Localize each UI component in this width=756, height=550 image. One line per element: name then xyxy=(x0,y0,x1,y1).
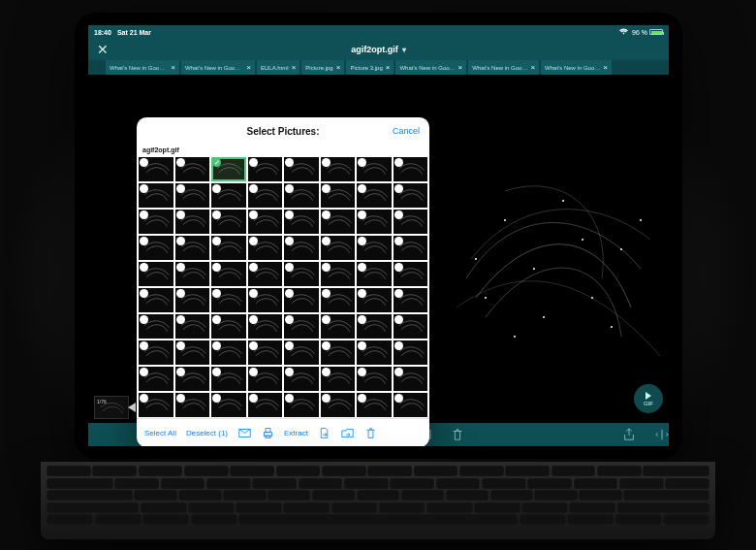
frame-cell[interactable] xyxy=(284,314,319,339)
print-icon[interactable] xyxy=(261,427,274,440)
tab[interactable]: What's New in Goo…× xyxy=(468,60,539,75)
frame-cell[interactable] xyxy=(394,210,428,234)
gif-play-button[interactable]: GIF xyxy=(634,384,663,413)
frame-cell[interactable] xyxy=(284,393,319,417)
frame-cell[interactable] xyxy=(284,288,319,312)
frame-cell[interactable] xyxy=(175,288,210,312)
tab[interactable]: EULA.html× xyxy=(257,60,299,75)
frame-cell[interactable] xyxy=(211,367,246,391)
frame-cell[interactable] xyxy=(357,367,392,391)
deselect-button[interactable]: Deselect (1) xyxy=(186,429,228,437)
frame-cell[interactable] xyxy=(139,183,173,208)
frame-cell[interactable] xyxy=(139,367,173,391)
tab[interactable]: Picture.jpg× xyxy=(301,60,344,75)
frame-cell[interactable] xyxy=(321,288,356,312)
frame-cell[interactable] xyxy=(394,262,428,286)
frame-cell[interactable] xyxy=(248,236,283,260)
frame-cell[interactable] xyxy=(357,393,392,417)
frame-cell[interactable] xyxy=(248,314,283,339)
frame-cell[interactable] xyxy=(211,288,246,312)
frame-cell[interactable] xyxy=(248,183,283,208)
tab[interactable]: What's New in Good…× xyxy=(181,60,255,75)
frame-cell[interactable] xyxy=(284,210,319,234)
frame-cell[interactable] xyxy=(248,340,283,365)
frame-cell[interactable] xyxy=(248,367,283,391)
frame-cell[interactable] xyxy=(394,236,428,260)
frame-cell[interactable] xyxy=(284,183,319,208)
frame-cell[interactable] xyxy=(357,157,392,181)
tab-close-icon[interactable]: × xyxy=(292,63,297,72)
frame-cell[interactable] xyxy=(211,236,246,260)
frame-cell[interactable] xyxy=(357,210,392,234)
frame-cell[interactable] xyxy=(175,236,210,260)
frame-thumbnail[interactable]: 1/76 xyxy=(94,396,129,419)
tab-close-icon[interactable]: × xyxy=(171,63,175,72)
frame-cell[interactable] xyxy=(357,314,392,339)
frame-cell[interactable]: ✓ xyxy=(211,157,246,181)
frame-cell[interactable] xyxy=(284,262,319,286)
frame-cell[interactable] xyxy=(248,393,283,417)
frame-cell[interactable] xyxy=(211,262,246,286)
frame-cell[interactable] xyxy=(139,236,173,260)
frame-cell[interactable] xyxy=(175,183,210,208)
tab[interactable]: What's New in Good…× xyxy=(106,60,179,75)
frame-cell[interactable] xyxy=(394,314,428,339)
frame-cell[interactable] xyxy=(211,210,246,234)
frame-cell[interactable] xyxy=(357,236,392,260)
expand-icon[interactable] xyxy=(655,428,669,441)
frame-cell[interactable] xyxy=(211,393,246,417)
frame-cell[interactable] xyxy=(394,288,428,312)
footer-trash-icon[interactable] xyxy=(364,427,378,440)
frame-cell[interactable] xyxy=(175,340,210,365)
frame-cell[interactable] xyxy=(139,288,173,312)
frame-cell[interactable] xyxy=(139,262,173,286)
frame-cell[interactable] xyxy=(175,314,210,339)
frame-cell[interactable] xyxy=(357,262,392,286)
frame-cell[interactable] xyxy=(321,314,356,339)
frame-cell[interactable] xyxy=(394,367,428,391)
cancel-button[interactable]: Cancel xyxy=(393,126,420,136)
frame-cell[interactable] xyxy=(321,340,356,365)
frame-cell[interactable] xyxy=(394,393,428,417)
frame-cell[interactable] xyxy=(284,367,319,391)
tab-close-icon[interactable]: × xyxy=(336,63,341,72)
frame-cell[interactable] xyxy=(211,183,246,208)
tab-close-icon[interactable]: × xyxy=(603,63,608,72)
frame-cell[interactable] xyxy=(175,367,210,391)
share-icon[interactable] xyxy=(622,428,636,441)
tab[interactable]: Picture 3.jpg× xyxy=(346,60,394,75)
frame-cell[interactable] xyxy=(211,314,246,339)
frame-cell[interactable] xyxy=(357,340,392,365)
frame-cell[interactable] xyxy=(139,157,173,181)
document-title[interactable]: agif2opt.gif ▾ xyxy=(117,45,640,54)
frame-cell[interactable] xyxy=(175,393,210,417)
frame-cell[interactable] xyxy=(211,340,246,365)
frame-cell[interactable] xyxy=(175,157,210,181)
tab-close-icon[interactable]: × xyxy=(246,63,251,72)
frame-cell[interactable] xyxy=(248,262,283,286)
frame-cell[interactable] xyxy=(139,314,173,339)
frame-cell[interactable] xyxy=(284,157,319,181)
frame-cell[interactable] xyxy=(139,340,173,365)
tab[interactable]: What's New in Goo…× xyxy=(395,60,466,75)
frame-cell[interactable] xyxy=(321,183,356,208)
export-file-icon[interactable] xyxy=(318,427,331,440)
frame-cell[interactable] xyxy=(321,367,356,391)
frame-cell[interactable] xyxy=(321,393,356,417)
frame-cell[interactable] xyxy=(284,236,319,260)
frame-cell[interactable] xyxy=(321,210,356,234)
frame-cell[interactable] xyxy=(175,210,210,234)
tab[interactable]: What's New in Goo…× xyxy=(541,60,612,75)
frame-cell[interactable] xyxy=(394,157,428,181)
mail-icon[interactable] xyxy=(237,427,251,440)
frame-cell[interactable] xyxy=(139,393,173,417)
trash-icon[interactable] xyxy=(451,428,464,441)
tab-close-icon[interactable]: × xyxy=(386,63,391,72)
frame-cell[interactable] xyxy=(284,340,319,365)
tab-close-icon[interactable]: × xyxy=(458,63,463,72)
frame-cell[interactable] xyxy=(321,157,356,181)
extract-button[interactable]: Extract xyxy=(284,429,308,437)
frame-cell[interactable] xyxy=(175,262,210,286)
frame-cell[interactable] xyxy=(248,288,283,312)
export-folder-icon[interactable] xyxy=(341,427,355,440)
